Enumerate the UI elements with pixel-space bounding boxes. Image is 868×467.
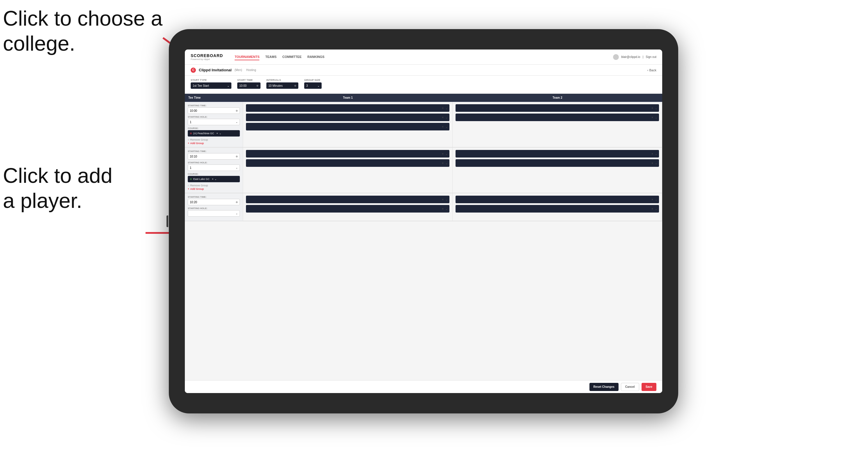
intervals-label: Intervals bbox=[266, 79, 298, 82]
group-3-team1: × ⌄ × ⌄ bbox=[243, 193, 453, 221]
player-slot-x-icon: × bbox=[651, 198, 653, 201]
controls-row: Start Type 1st Tee Start ⌄ Start Time 10… bbox=[185, 76, 662, 94]
tablet-side-button bbox=[166, 215, 168, 227]
player-slot-x-icon: × bbox=[442, 162, 444, 165]
starting-hole-label-3: STARTING HOLE: bbox=[188, 207, 240, 210]
nav-right: blair@clippd.io | Sign out bbox=[613, 54, 656, 60]
player-slot-chevron-icon: ⌄ bbox=[445, 198, 448, 201]
starting-hole-input-1[interactable]: 1 ⌄ bbox=[188, 119, 240, 125]
player-slot[interactable]: × ⌄ bbox=[246, 104, 450, 112]
course-tag-2: ⊕ East Lake GC × ⌄ bbox=[190, 178, 217, 181]
nav-links: TOURNAMENTS TEAMS COMMITTEE RANKINGS bbox=[235, 54, 604, 60]
player-slot[interactable]: × ⌄ bbox=[456, 196, 659, 203]
starting-hole-label-1: STARTING HOLE: bbox=[188, 116, 240, 118]
nav-link-tournaments[interactable]: TOURNAMENTS bbox=[235, 54, 259, 60]
player-slot[interactable]: × ⌄ bbox=[456, 150, 659, 157]
sub-header-tag: Hosting bbox=[246, 68, 256, 72]
sign-out-link[interactable]: Sign out bbox=[646, 55, 656, 59]
group-size-group: Group Size 3 ⌄ bbox=[304, 79, 322, 91]
player-slot-x-icon: × bbox=[442, 152, 444, 155]
group-3-left-panel: STARTING TIME: 10:20 ⊙ STARTING HOLE: ⌄ bbox=[185, 193, 243, 221]
nav-link-committee[interactable]: COMMITTEE bbox=[282, 54, 302, 60]
player-slot-chevron-icon: ⌄ bbox=[655, 106, 657, 110]
start-type-group: Start Type 1st Tee Start ⌄ bbox=[191, 79, 231, 91]
group-size-label: Group Size bbox=[304, 79, 322, 82]
group-1-left-panel: STARTING TIME: 10:00 ⊙ STARTING HOLE: 1 … bbox=[185, 102, 243, 147]
group-3-team2: × ⌄ × ⌄ bbox=[453, 193, 662, 221]
start-time-group: Start Time 10:00 ⊙ bbox=[237, 79, 260, 91]
player-slot-chevron-icon: ⌄ bbox=[445, 207, 448, 211]
player-slot[interactable]: × ⌄ bbox=[246, 205, 450, 213]
course-select-2[interactable]: ⊕ East Lake GC × ⌄ bbox=[188, 176, 240, 182]
back-button[interactable]: ‹ Back bbox=[647, 68, 656, 72]
player-slot-chevron-icon: ⌄ bbox=[445, 162, 448, 165]
player-slot-chevron-icon: ⌄ bbox=[655, 116, 657, 119]
start-type-select[interactable]: 1st Tee Start ⌄ bbox=[191, 83, 231, 89]
player-slot-x-icon: × bbox=[651, 162, 653, 165]
th-team1: Team 1 bbox=[243, 94, 453, 102]
start-time-icon: ⊙ bbox=[256, 85, 258, 87]
player-slot-chevron-icon: ⌄ bbox=[655, 152, 657, 155]
top-nav: SCOREBOARD Powered by clippd TOURNAMENTS… bbox=[185, 50, 662, 65]
player-slot[interactable]: × ⌄ bbox=[456, 159, 659, 167]
player-slot-chevron-icon: ⌄ bbox=[655, 198, 657, 201]
save-button[interactable]: Save bbox=[642, 383, 656, 391]
course-label-1: COURSE: bbox=[188, 127, 240, 130]
th-team2: Team 2 bbox=[453, 94, 662, 102]
group-2-team2: × ⌄ × ⌄ bbox=[453, 148, 662, 193]
add-group-btn-2[interactable]: + Add Group bbox=[188, 187, 240, 190]
player-slot[interactable]: × ⌄ bbox=[246, 123, 450, 130]
group-size-select[interactable]: 3 ⌄ bbox=[304, 83, 322, 89]
starting-time-input-2[interactable]: 10:10 ⊙ bbox=[188, 153, 240, 160]
player-slot-chevron-icon: ⌄ bbox=[445, 152, 448, 155]
sub-header: C Clippd Invitational (Men) Hosting ‹ Ba… bbox=[185, 65, 662, 76]
sub-header-title: Clippd Invitational bbox=[199, 68, 232, 72]
starting-time-input-1[interactable]: 10:00 ⊙ bbox=[188, 107, 240, 114]
course-select-1[interactable]: ⊕ (A) Peachtree GC × ⌄ bbox=[188, 130, 240, 136]
starting-time-label-3: STARTING TIME: bbox=[188, 196, 240, 198]
player-slot[interactable]: × ⌄ bbox=[456, 104, 659, 112]
player-slot[interactable]: × ⌄ bbox=[456, 205, 659, 213]
intervals-select[interactable]: 10 Minutes ⊙ bbox=[266, 83, 298, 89]
user-avatar bbox=[613, 54, 619, 60]
player-slot-x-icon: × bbox=[651, 152, 653, 155]
player-slot-chevron-icon: ⌄ bbox=[445, 125, 448, 128]
player-slot-chevron-icon: ⌄ bbox=[445, 116, 448, 119]
divider: | bbox=[643, 55, 644, 59]
start-time-label: Start Time bbox=[237, 79, 260, 82]
add-group-btn-1[interactable]: + Add Group bbox=[188, 142, 240, 145]
group-row: STARTING TIME: 10:00 ⊙ STARTING HOLE: 1 … bbox=[185, 102, 662, 148]
brand-title: SCOREBOARD bbox=[191, 53, 223, 58]
reset-changes-button[interactable]: Reset Changes bbox=[589, 383, 619, 391]
player-slot[interactable]: × ⌄ bbox=[246, 150, 450, 157]
user-email: blair@clippd.io bbox=[621, 55, 640, 59]
th-tee-time: Tee Time bbox=[185, 94, 243, 102]
brand: SCOREBOARD Powered by clippd bbox=[191, 53, 223, 61]
starting-hole-label-2: STARTING HOLE: bbox=[188, 161, 240, 164]
nav-link-teams[interactable]: TEAMS bbox=[265, 54, 277, 60]
starting-hole-input-3[interactable]: ⌄ bbox=[188, 210, 240, 217]
starting-time-label-2: STARTING TIME: bbox=[188, 150, 240, 153]
player-slot[interactable]: × ⌄ bbox=[456, 114, 659, 121]
starting-hole-input-2[interactable]: 1 ⌄ bbox=[188, 164, 240, 171]
group-1-team2: × ⌄ × ⌄ bbox=[453, 102, 662, 147]
remove-group-btn-2[interactable]: ○ Remove Group bbox=[188, 184, 240, 187]
cancel-button[interactable]: Cancel bbox=[621, 383, 639, 391]
player-slot[interactable]: × ⌄ bbox=[246, 114, 450, 121]
brand-subtitle: Powered by clippd bbox=[191, 58, 223, 61]
group-row: STARTING TIME: 10:20 ⊙ STARTING HOLE: ⌄ bbox=[185, 193, 662, 221]
remove-group-btn-1[interactable]: ○ Remove Group bbox=[188, 138, 240, 141]
player-slot[interactable]: × ⌄ bbox=[246, 196, 450, 203]
nav-link-rankings[interactable]: RANKINGS bbox=[307, 54, 324, 60]
table-header: Tee Time Team 1 Team 2 bbox=[185, 94, 662, 102]
player-slot-x-icon: × bbox=[442, 125, 444, 128]
starting-time-input-3[interactable]: 10:20 ⊙ bbox=[188, 199, 240, 205]
annotation-top: Click to choose acollege. bbox=[3, 6, 162, 56]
tablet-bezel: SCOREBOARD Powered by clippd TOURNAMENTS… bbox=[169, 29, 678, 413]
start-type-value: 1st Tee Start bbox=[193, 84, 209, 87]
player-slot-x-icon: × bbox=[651, 207, 653, 211]
player-slot[interactable]: × ⌄ bbox=[246, 159, 450, 167]
group-size-value: 3 bbox=[306, 84, 308, 87]
intervals-value: 10 Minutes bbox=[268, 84, 283, 87]
start-time-input[interactable]: 10:00 ⊙ bbox=[237, 83, 260, 89]
